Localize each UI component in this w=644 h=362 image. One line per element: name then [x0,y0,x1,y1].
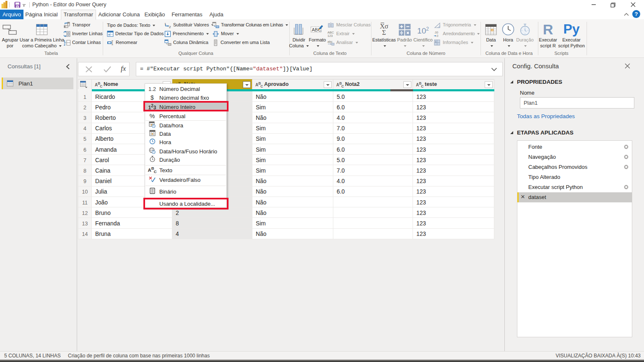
svg-text:1: 1 [64,40,65,43]
svg-text:2: 2 [169,25,171,28]
svg-text:123: 123 [327,34,333,37]
svg-text:.00: .00 [434,31,438,34]
svg-text:?: ? [108,33,110,37]
svg-text:2: 2 [64,43,65,46]
svg-text:.0: .0 [436,34,439,37]
